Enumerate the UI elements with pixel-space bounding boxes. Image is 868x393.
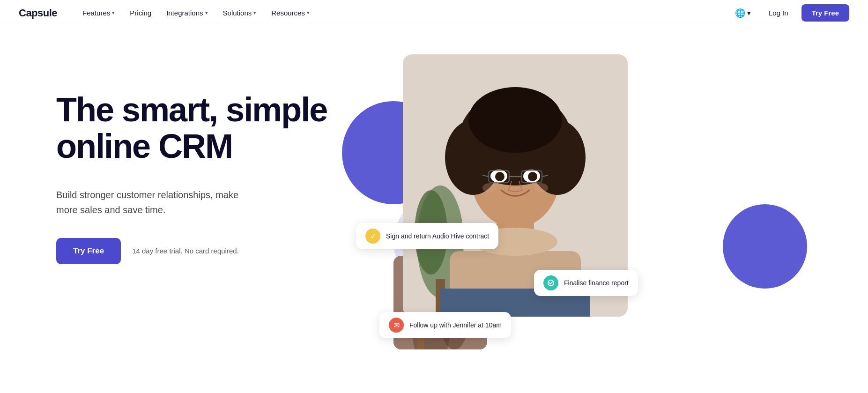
task-3-text: Follow up with Jennifer at 10am (409, 321, 502, 329)
nav-item-pricing[interactable]: Pricing (123, 5, 158, 21)
hero-subtitle: Build stronger customer relationships, m… (56, 187, 258, 217)
solutions-chevron-icon: ▾ (253, 10, 256, 16)
nav-item-features[interactable]: Features ▾ (76, 5, 121, 21)
nav-item-resources[interactable]: Resources ▾ (265, 5, 316, 21)
nav-resources-label: Resources (271, 9, 305, 17)
try-free-nav-button[interactable]: Try Free (801, 4, 849, 22)
login-button[interactable]: Log In (761, 5, 796, 21)
nav-pricing-label: Pricing (130, 9, 151, 17)
globe-chevron: ▾ (747, 9, 751, 17)
svg-point-12 (468, 87, 562, 153)
brand-logo[interactable]: Capsule (19, 7, 57, 19)
task-1-text: Sign and return Audio Hive contract (386, 232, 489, 240)
nav-right: 🌐 ▾ Log In Try Free (730, 4, 849, 22)
task-2-text: Finalise finance report (564, 279, 629, 287)
hero-left: The smart, simple online CRM Build stron… (56, 54, 337, 264)
svg-point-22 (482, 183, 497, 193)
task-card-3: ✉ Follow up with Jennifer at 10am (379, 312, 511, 338)
resources-chevron-icon: ▾ (307, 10, 310, 16)
nav-integrations-label: Integrations (166, 9, 203, 17)
hero-right: ✓ Sign and return Audio Hive contract Fi… (356, 54, 831, 382)
svg-point-23 (534, 183, 548, 193)
teal-icon (543, 275, 558, 290)
integrations-chevron-icon: ▾ (205, 10, 208, 16)
features-chevron-icon: ▾ (112, 10, 115, 16)
try-free-hero-button[interactable]: Try Free (56, 238, 121, 264)
task-card-2: Finalise finance report (534, 270, 638, 296)
nav-features-label: Features (82, 9, 110, 17)
language-selector[interactable]: 🌐 ▾ (730, 5, 756, 21)
decorative-circle-right (723, 204, 807, 289)
check-icon: ✓ (365, 229, 380, 244)
trial-note: 14 day free trial. No card required. (132, 247, 239, 255)
task-card-1: ✓ Sign and return Audio Hive contract (356, 223, 498, 249)
email-icon: ✉ (389, 318, 404, 333)
svg-point-16 (528, 172, 537, 181)
hero-title: The smart, simple online CRM (56, 92, 337, 165)
svg-point-15 (495, 172, 504, 181)
nav-item-integrations[interactable]: Integrations ▾ (160, 5, 214, 21)
hero-cta-row: Try Free 14 day free trial. No card requ… (56, 238, 337, 264)
hero-section: The smart, simple online CRM Build stron… (0, 26, 868, 393)
navbar: Capsule Features ▾ Pricing Integrations … (0, 0, 868, 26)
globe-icon: 🌐 (735, 8, 745, 18)
nav-links: Features ▾ Pricing Integrations ▾ Soluti… (76, 5, 730, 21)
nav-solutions-label: Solutions (223, 9, 252, 17)
nav-item-solutions[interactable]: Solutions ▾ (216, 5, 263, 21)
